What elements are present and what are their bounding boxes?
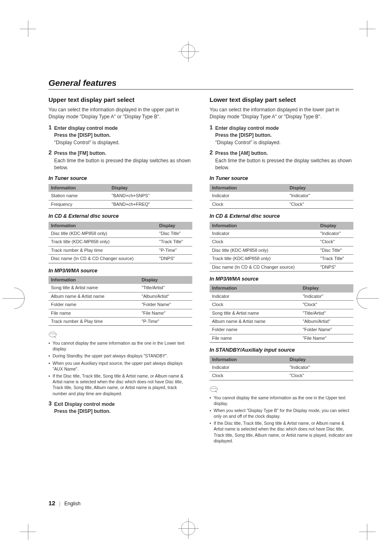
svg-rect-7 xyxy=(215,388,217,389)
svg-rect-2 xyxy=(52,334,53,334)
table-row: Station name"BAND+ch+SNPS" xyxy=(48,192,192,200)
right-notes: You cannot display the same information … xyxy=(210,395,353,444)
step-line: Each time the button is pressed the disp… xyxy=(54,157,192,171)
table-row: Disc name (In CD & CD Changer source)"DN… xyxy=(48,255,192,263)
step-line: "Display Control" is displayed. xyxy=(215,139,281,146)
page-number: 12 xyxy=(48,500,55,507)
table-row: Frequency"BAND+ch+FREQ" xyxy=(48,200,192,208)
left-column: Upper text display part select You can s… xyxy=(48,95,192,445)
svg-point-0 xyxy=(49,332,56,337)
table-row: Song title & Artist name"Title/Artist" xyxy=(48,284,192,292)
table-title-tuner: In Tuner source xyxy=(210,175,353,182)
svg-rect-3 xyxy=(54,334,55,334)
note-icon xyxy=(48,332,58,338)
step-number: 2 xyxy=(48,150,52,171)
step-line: Enter display control mode xyxy=(215,125,281,132)
note-item: When you use Auxiliary input source, the… xyxy=(48,360,192,372)
th: Information xyxy=(48,276,139,284)
step-number: 1 xyxy=(48,124,52,146)
table-tuner: InformationDisplay Station name"BAND+ch+… xyxy=(48,184,192,209)
step-line: Exit Display control mode xyxy=(54,401,115,408)
table-row: Album name & Artist name"Album/Artist" xyxy=(48,292,192,300)
note-item: If the Disc title, Track title, Song tit… xyxy=(48,373,192,396)
table-row: Clock"Clock" xyxy=(210,238,353,246)
right-step-1: 1 Enter display control mode Press the [… xyxy=(210,124,353,146)
step-line: Press the [AM] button. xyxy=(215,150,353,157)
step-line: Press the [DISP] button. xyxy=(215,132,281,139)
th: Display xyxy=(287,184,353,192)
table-row: Clock"Clock" xyxy=(210,200,353,208)
table-cd-r: InformationDisplay Indicator"Indicator" … xyxy=(210,222,353,272)
step-number: 2 xyxy=(210,150,213,171)
th: Information xyxy=(210,284,300,292)
right-heading: Lower text display part select xyxy=(210,95,353,104)
step-line: Enter display control mode xyxy=(54,125,120,132)
table-title-cd: In CD & External disc source xyxy=(210,213,353,220)
svg-point-4 xyxy=(210,387,217,391)
th: Display xyxy=(287,356,353,364)
table-row: Track title (KDC-MP858 only)"Track Title… xyxy=(210,255,353,263)
table-title-mp3: In MP3/WMA source xyxy=(210,276,353,283)
note-icon xyxy=(210,386,219,393)
table-row: Folder name"Folder Name" xyxy=(48,301,192,309)
left-step-1: 1 Enter display control mode Press the [… xyxy=(48,124,192,146)
note-item: You cannot display the same information … xyxy=(210,395,353,406)
svg-rect-1 xyxy=(51,334,52,334)
left-heading: Upper text display part select xyxy=(48,95,192,104)
th: Information xyxy=(210,184,287,192)
table-row: Indicator"Indicator" xyxy=(210,364,353,372)
th: Display xyxy=(318,222,353,230)
right-step-2: 2 Press the [AM] button. Each time the b… xyxy=(210,150,353,171)
table-mp3: InformationDisplay Song title & Artist n… xyxy=(48,276,192,326)
table-row: Song title & Artist name"Title/Artist" xyxy=(210,309,353,317)
th: Information xyxy=(210,222,318,230)
footer-sep: | xyxy=(59,501,60,507)
table-mp3-r: InformationDisplay Indicator"Indicator" … xyxy=(210,284,353,343)
step-line: Press the [FM] button. xyxy=(54,150,192,157)
table-row: Track number & Play time"P-Time" xyxy=(48,317,192,325)
page-language: English xyxy=(65,501,81,507)
th: Display xyxy=(300,284,353,292)
th: Display xyxy=(139,276,192,284)
step-line: Each time the button is pressed the disp… xyxy=(215,157,353,171)
table-row: Indicator"Indicator" xyxy=(210,292,353,301)
left-step-2: 2 Press the [FM] button. Each time the b… xyxy=(48,150,192,171)
table-row: Indicator"Indicator" xyxy=(210,192,353,200)
table-row: Clock"Clock" xyxy=(210,301,353,309)
left-step-3: 3 Exit Display control mode Press the [D… xyxy=(48,401,192,415)
table-cd: InformationDisplay Disc title (KDC-MP858… xyxy=(48,222,192,263)
table-row: Album name & Artist name"Album/Artist" xyxy=(210,317,353,325)
table-row: Indicator"Indicator" xyxy=(210,230,353,238)
svg-rect-6 xyxy=(213,388,214,389)
table-title-standby: In STANDBY/Auxilialy input source xyxy=(210,347,353,354)
table-row: Disc name (In CD & CD Changer source)"DN… xyxy=(210,263,353,271)
step-line: Press the [DISP] button. xyxy=(54,408,115,415)
th: Information xyxy=(210,356,287,364)
step-number: 3 xyxy=(48,401,52,415)
left-intro: You can select the information displayed… xyxy=(48,106,192,120)
left-notes: You cannot display the same information … xyxy=(48,340,192,396)
step-number: 1 xyxy=(210,124,213,146)
table-row: Track title (KDC-MP858 only)"Track Title… xyxy=(48,238,192,246)
table-row: Folder name"Folder Name" xyxy=(210,326,353,334)
table-row: Clock"Clock" xyxy=(210,372,353,380)
table-row: Track number & Play time"P-Time" xyxy=(48,246,192,254)
table-title-cd: In CD & External disc source xyxy=(48,213,192,220)
table-row: File name"File Name" xyxy=(48,309,192,317)
table-title-mp3: In MP3/WMA source xyxy=(48,267,192,275)
th: Display xyxy=(109,184,192,192)
table-row: File name"File Name" xyxy=(210,334,353,342)
table-title-tuner: In Tuner source xyxy=(48,175,192,182)
th: Information xyxy=(48,184,109,192)
note-item: During Standby, the upper part always di… xyxy=(48,353,192,359)
note-item: You cannot display the same information … xyxy=(48,340,192,352)
note-item: If the Disc title, Track title, Song tit… xyxy=(210,420,353,444)
right-column: Lower text display part select You can s… xyxy=(210,95,353,445)
step-line: Press the [DISP] button. xyxy=(54,132,120,139)
table-tuner-r: InformationDisplay Indicator"Indicator" … xyxy=(210,184,353,209)
section-title: General features xyxy=(48,78,353,90)
note-item: When you select "Display Type B" for the… xyxy=(210,408,353,419)
th: Display xyxy=(157,222,192,230)
step-line: "Display Control" is displayed. xyxy=(54,139,120,146)
page-footer: 12 | English xyxy=(48,500,81,507)
